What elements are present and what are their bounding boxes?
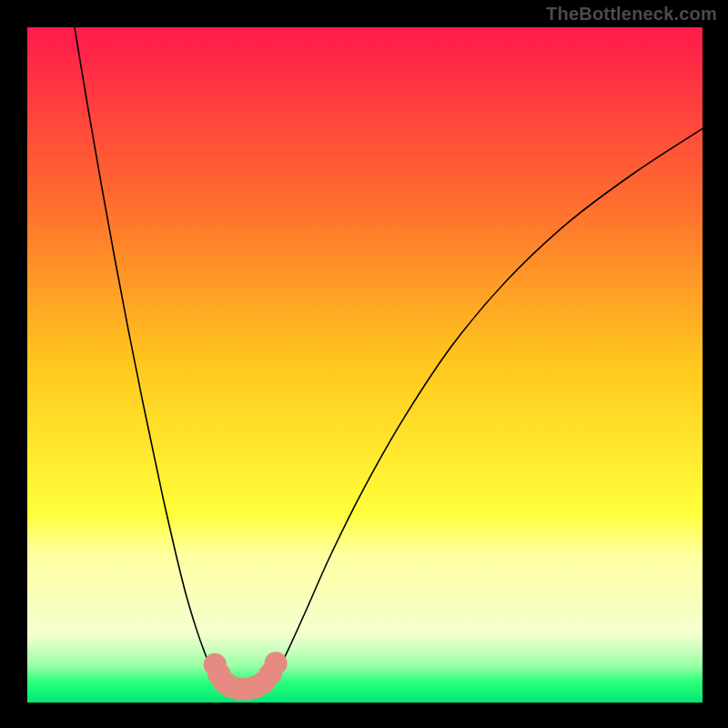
chart-frame: TheBottleneck.com (0, 0, 728, 728)
watermark-text: TheBottleneck.com (546, 4, 717, 25)
bottleneck-chart (27, 27, 703, 703)
plot-background (27, 27, 703, 703)
valley-dot (264, 652, 287, 674)
